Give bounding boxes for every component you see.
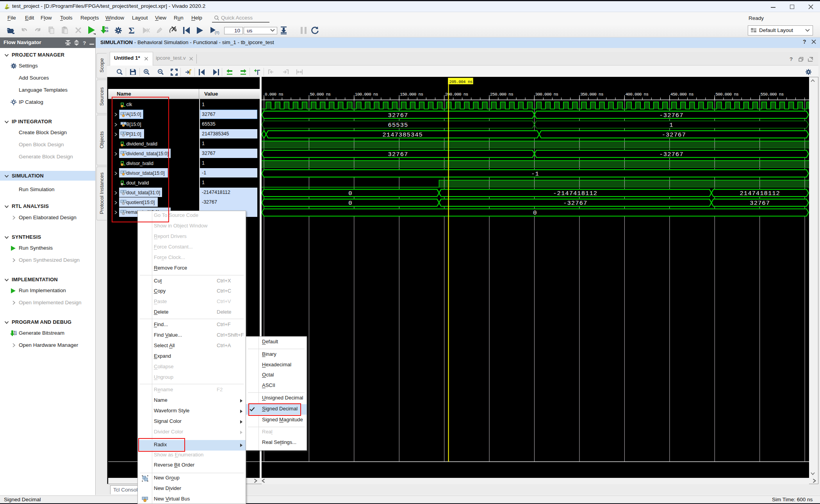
svg-text:2147418112: 2147418112	[740, 190, 780, 197]
svg-text:32767: 32767	[750, 200, 770, 207]
svg-text:450.000 ns: 450.000 ns	[670, 92, 693, 97]
svg-text:0: 0	[348, 190, 352, 197]
svg-text:32767: 32767	[388, 112, 408, 119]
svg-text:550.000 ns: 550.000 ns	[761, 92, 784, 97]
svg-text:-32767: -32767	[662, 131, 686, 138]
svg-text:-32767: -32767	[659, 112, 683, 119]
svg-text:300.000 ns: 300.000 ns	[535, 92, 558, 97]
svg-text:65535: 65535	[388, 122, 408, 129]
svg-text:32767: 32767	[388, 151, 408, 158]
svg-text:Σ: Σ	[128, 26, 135, 35]
svg-text:350.000 ns: 350.000 ns	[580, 92, 603, 97]
svg-text:-1: -1	[531, 170, 539, 177]
svg-text:205.004 ns: 205.004 ns	[449, 80, 472, 84]
svg-text:01: 01	[105, 27, 108, 30]
svg-text:-32767: -32767	[563, 200, 587, 207]
svg-text:0: 0	[348, 200, 352, 207]
svg-text:(T): (T)	[215, 31, 219, 35]
svg-text:10: 10	[14, 333, 17, 336]
svg-text:1: 1	[669, 122, 673, 129]
svg-text:250.000 ns: 250.000 ns	[490, 92, 513, 97]
svg-text:0: 0	[533, 209, 537, 217]
svg-text:500.000 ns: 500.000 ns	[715, 92, 738, 97]
svg-text:100.000 ns: 100.000 ns	[355, 92, 378, 97]
svg-text:400.000 ns: 400.000 ns	[625, 92, 648, 97]
svg-text:-2147418112: -2147418112	[553, 190, 597, 197]
svg-text:50.000 ns: 50.000 ns	[310, 92, 330, 97]
svg-text:150.000 ns: 150.000 ns	[400, 92, 423, 97]
svg-text:0.000 ns: 0.000 ns	[265, 92, 283, 97]
svg-text:?: ?	[83, 40, 86, 46]
svg-text:2147385345: 2147385345	[382, 131, 423, 138]
svg-text:-32767: -32767	[659, 151, 683, 158]
svg-text:10: 10	[105, 30, 108, 33]
